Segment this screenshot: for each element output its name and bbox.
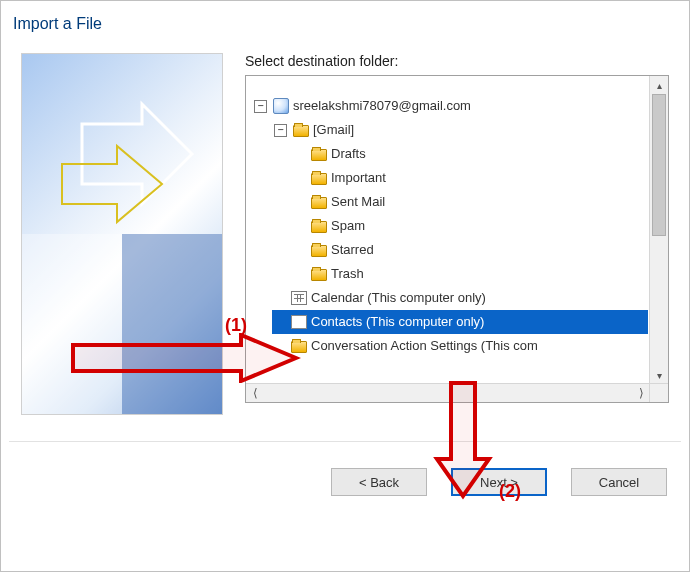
tree-folder-spam[interactable]: Spam	[292, 214, 648, 238]
contacts-icon	[291, 315, 307, 329]
folder-icon	[293, 125, 309, 137]
tree-folder-drafts[interactable]: Drafts	[292, 142, 648, 166]
folder-icon	[291, 341, 307, 353]
horizontal-scrollbar[interactable]: ⟨ ⟩	[246, 383, 650, 402]
scroll-left-icon[interactable]: ⟨	[246, 386, 264, 400]
calendar-icon	[291, 291, 307, 305]
vertical-scrollbar[interactable]: ▴ ▾	[649, 76, 668, 384]
destination-label: Select destination folder:	[245, 53, 669, 69]
folder-icon	[311, 221, 327, 233]
tree-folder-important[interactable]: Important	[292, 166, 648, 190]
folder-tree[interactable]: − sreelakshmi78079@gmail.com − [Gmail]	[245, 75, 669, 403]
tree-contacts-row[interactable]: Contacts (This computer only)	[272, 310, 648, 334]
collapse-icon[interactable]: −	[254, 100, 267, 113]
dialog-body: Select destination folder: − sreelakshmi…	[1, 33, 689, 415]
account-label: sreelakshmi78079@gmail.com	[293, 94, 471, 118]
folder-label: Drafts	[331, 142, 366, 166]
folder-label: Important	[331, 166, 386, 190]
dialog-title: Import a File	[1, 1, 689, 33]
next-button[interactable]: Next >	[451, 468, 547, 496]
folder-label: Sent Mail	[331, 190, 385, 214]
back-button[interactable]: < Back	[331, 468, 427, 496]
contacts-label: Contacts (This computer only)	[311, 310, 484, 334]
tree-folder-trash[interactable]: Trash	[292, 262, 648, 286]
tree-folder-starred[interactable]: Starred	[292, 238, 648, 262]
scroll-thumb[interactable]	[652, 94, 666, 236]
tree-conversation-row[interactable]: Conversation Action Settings (This com	[272, 334, 648, 358]
tree-account-row[interactable]: − sreelakshmi78079@gmail.com	[252, 94, 648, 118]
folder-icon	[311, 269, 327, 281]
folder-icon	[311, 173, 327, 185]
calendar-label: Calendar (This computer only)	[311, 286, 486, 310]
scroll-right-icon[interactable]: ⟩	[632, 386, 650, 400]
import-file-dialog: Import a File Select destination folder:…	[0, 0, 690, 572]
scroll-up-icon[interactable]: ▴	[650, 76, 668, 94]
wizard-graphic	[21, 53, 223, 415]
account-icon	[273, 98, 289, 114]
scroll-down-icon[interactable]: ▾	[650, 366, 668, 384]
scroll-corner	[649, 383, 668, 402]
destination-pane: Select destination folder: − sreelakshmi…	[245, 53, 669, 415]
gmail-label: [Gmail]	[313, 118, 354, 142]
button-row: < Back Next > Cancel	[1, 442, 689, 496]
collapse-icon[interactable]: −	[274, 124, 287, 137]
folder-label: Spam	[331, 214, 365, 238]
tree-gmail-row[interactable]: − [Gmail]	[272, 118, 648, 142]
folder-icon	[311, 197, 327, 209]
tree-calendar-row[interactable]: Calendar (This computer only)	[272, 286, 648, 310]
folder-icon	[311, 245, 327, 257]
cancel-button[interactable]: Cancel	[571, 468, 667, 496]
tree-folder-sentmail[interactable]: Sent Mail	[292, 190, 648, 214]
folder-label: Starred	[331, 238, 374, 262]
folder-icon	[311, 149, 327, 161]
folder-label: Trash	[331, 262, 364, 286]
svg-marker-0	[82, 104, 192, 204]
conversation-label: Conversation Action Settings (This com	[311, 334, 538, 358]
